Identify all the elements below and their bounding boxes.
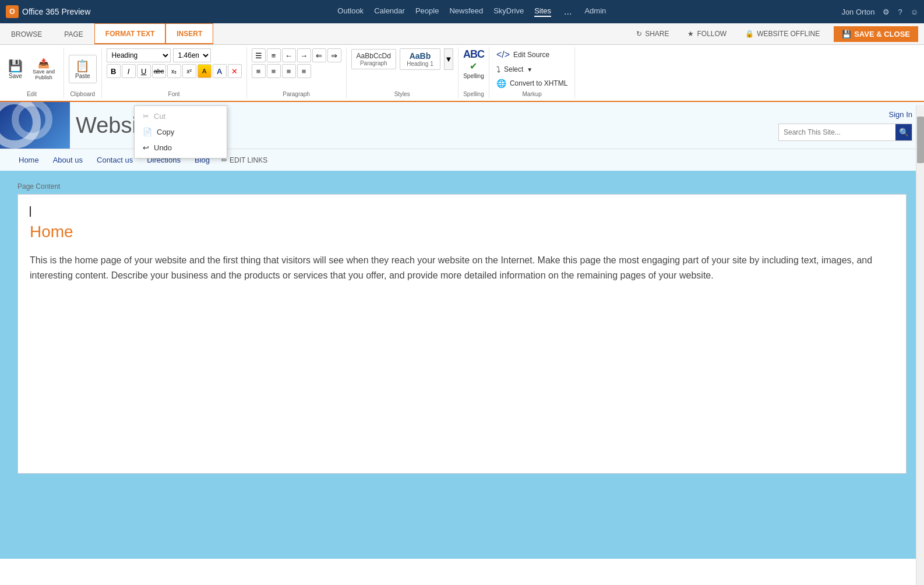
search-button[interactable]: 🔍	[895, 124, 912, 140]
styles-content: AaBbCcDd Paragraph AaBb Heading 1 ▼	[351, 48, 453, 79]
strikethrough-button[interactable]: abc	[152, 64, 166, 78]
edit-links-button[interactable]: ✏ EDIT LINKS	[221, 156, 267, 164]
website-header-right: Sign In 🔍	[767, 104, 924, 147]
heading-select[interactable]: Heading	[107, 48, 171, 62]
bold-button[interactable]: B	[107, 64, 121, 78]
share-button[interactable]: ↻ SHARE	[632, 27, 673, 40]
save-button[interactable]: 💾 Save	[5, 57, 26, 82]
cut-item[interactable]: ✂ Cut	[135, 108, 227, 124]
spelling-content[interactable]: ABC ✔ Spelling	[463, 48, 484, 89]
tab-insert[interactable]: INSERT	[165, 23, 213, 44]
nav-contact[interactable]: Contact us	[90, 151, 140, 169]
copy-item[interactable]: 📄 Copy	[135, 124, 227, 140]
align-left-button[interactable]: ≡	[252, 64, 266, 78]
save-publish-button[interactable]: 📤 Save and Publish	[29, 55, 59, 83]
website-area: Website Sign In 🔍 Home About us Contact …	[0, 102, 924, 559]
align-center-button[interactable]: ≡	[267, 64, 281, 78]
ribbon-tabs-left: BROWSE PAGE FORMAT TEXT INSERT	[0, 23, 213, 44]
save-icon: 💾	[8, 59, 23, 73]
font-size-select[interactable]: 1.46em	[173, 48, 211, 62]
nav-outlook[interactable]: Outlook	[337, 6, 364, 17]
ribbon-group-markup: </> Edit Source ⤵ Select ▼ 🌐 Convert to …	[489, 47, 575, 98]
nav-sites[interactable]: Sites	[534, 6, 551, 17]
font-color-button[interactable]: A	[213, 64, 227, 78]
tab-page[interactable]: PAGE	[53, 23, 94, 44]
edit-group-label: Edit	[0, 91, 64, 97]
save-publish-icon: 📤	[38, 58, 50, 69]
tab-format-text[interactable]: FORMAT TEXT	[94, 23, 165, 44]
undo-item[interactable]: ↩ Undo	[135, 140, 227, 156]
paragraph-style-card[interactable]: AaBbCcDd Paragraph	[351, 49, 396, 69]
content-body: This is the home page of your website an…	[30, 253, 894, 283]
convert-xhtml-item[interactable]: 🌐 Convert to XHTML	[494, 77, 570, 89]
website-offline-button[interactable]: 🔒 WEBSITE OFFLINE	[740, 27, 824, 40]
follow-star-icon: ★	[687, 30, 694, 38]
underline-button[interactable]: U	[137, 64, 151, 78]
lock-icon: 🔒	[745, 30, 754, 38]
nav-home[interactable]: Home	[12, 151, 46, 169]
page-content-label: Page Content	[17, 182, 907, 191]
site-search: 🔍	[778, 124, 912, 141]
cut-label: Cut	[154, 112, 165, 121]
help-icon[interactable]: ?	[898, 8, 902, 16]
select-item[interactable]: ⤵ Select ▼	[494, 64, 570, 75]
nav-admin[interactable]: Admin	[584, 6, 606, 17]
nav-more-icon[interactable]: ...	[564, 6, 572, 17]
ribbon-group-clipboard: 📋 Paste ✂ Cut 📄 Copy ↩ Undo Clipboard	[64, 47, 102, 98]
ltr-button[interactable]: ⇐	[312, 48, 326, 62]
clear-format-button[interactable]: ✕	[228, 64, 242, 78]
ribbon-body: 💾 Save 📤 Save and Publish Edit 📋 Paste ✂…	[0, 45, 924, 102]
nav-people[interactable]: People	[415, 6, 439, 17]
paste-label: Paste	[75, 73, 90, 79]
content-editor[interactable]: Home This is the home page of your websi…	[17, 194, 907, 474]
increase-indent-button[interactable]: →	[297, 48, 311, 62]
edit-source-item[interactable]: </> Edit Source	[494, 48, 570, 61]
share-icon: ↻	[636, 30, 642, 38]
offline-label: WEBSITE OFFLINE	[757, 30, 820, 38]
search-input[interactable]	[779, 126, 895, 139]
save-close-button[interactable]: 💾 SAVE & CLOSE	[834, 26, 918, 42]
nav-about[interactable]: About us	[46, 151, 90, 169]
tab-browse[interactable]: BROWSE	[0, 23, 53, 44]
copy-icon: 📄	[143, 128, 152, 136]
unordered-list-button[interactable]: ☰	[252, 48, 266, 62]
gear-icon[interactable]: ⚙	[883, 8, 890, 16]
spelling-label: Spelling	[463, 73, 484, 79]
page-content-wrapper: Page Content Home This is the home page …	[0, 171, 924, 485]
decrease-indent-button[interactable]: ←	[282, 48, 296, 62]
top-nav-user-area: Jon Orton ⚙ ? ☺	[841, 8, 918, 16]
page-scrollbar[interactable]	[916, 105, 924, 559]
edit-source-label: Edit Source	[513, 51, 549, 59]
italic-button[interactable]: I	[122, 64, 136, 78]
styles-group-label: Styles	[347, 91, 458, 97]
nav-skydrive[interactable]: SkyDrive	[493, 6, 524, 17]
align-buttons-row: ≡ ≡ ≡ ≡	[252, 64, 341, 78]
ordered-list-button[interactable]: ≡	[267, 48, 281, 62]
scrollbar-thumb[interactable]	[917, 117, 924, 163]
user-name[interactable]: Jon Orton	[841, 8, 874, 16]
office-logo-area[interactable]: O Office 365 Preview	[6, 5, 90, 18]
ribbon-tabs-row: BROWSE PAGE FORMAT TEXT INSERT ↻ SHARE ★…	[0, 23, 924, 45]
smiley-icon[interactable]: ☺	[911, 8, 918, 16]
styles-expand-button[interactable]: ▼	[444, 48, 453, 70]
nav-newsfeed[interactable]: Newsfeed	[449, 6, 483, 17]
ribbon-tabs-right: ↻ SHARE ★ FOLLOW 🔒 WEBSITE OFFLINE 💾 SAV…	[632, 23, 924, 44]
subscript-button[interactable]: x₂	[167, 64, 181, 78]
website-logo	[0, 102, 70, 149]
justify-button[interactable]: ≡	[297, 64, 311, 78]
rtl-button[interactable]: ⇒	[327, 48, 341, 62]
nav-calendar[interactable]: Calendar	[374, 6, 405, 17]
align-right-button[interactable]: ≡	[282, 64, 296, 78]
heading1-style-card[interactable]: AaBb Heading 1	[400, 48, 440, 70]
edit-source-icon: </>	[496, 50, 510, 60]
sign-in-link[interactable]: Sign In	[889, 110, 912, 119]
follow-button[interactable]: ★ FOLLOW	[683, 27, 731, 40]
share-label: SHARE	[645, 30, 669, 38]
highlight-button[interactable]: A	[198, 64, 211, 78]
select-label: Select	[504, 65, 523, 73]
heading1-style-preview: AaBb	[405, 51, 435, 61]
paste-button[interactable]: 📋 Paste	[69, 55, 97, 83]
superscript-button[interactable]: x²	[182, 64, 196, 78]
font-bottom-row: B I U abc x₂ x² A A ✕	[107, 64, 242, 78]
clipboard-group-label: Clipboard	[64, 91, 101, 97]
